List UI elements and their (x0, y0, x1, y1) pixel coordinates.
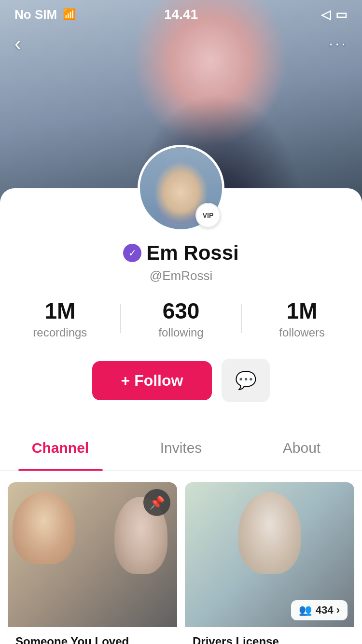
user-name: Em Rossi (146, 241, 238, 265)
card-image-1: 📌 (8, 482, 177, 627)
tab-channel-label: Channel (32, 440, 89, 456)
tab-about[interactable]: About (241, 426, 362, 470)
vip-badge: VIP (195, 203, 221, 228)
user-handle: @EmRossi (0, 268, 362, 283)
stat-recordings[interactable]: 1M recordings (0, 298, 120, 339)
stats-row: 1M recordings 630 following 1M followers (0, 298, 362, 339)
avatar-wrap: VIP (138, 145, 224, 232)
following-label: following (121, 326, 241, 339)
recordings-count: 1M (0, 298, 120, 324)
status-bar: No SIM 📶 14.41 ◁ ▭ (0, 0, 362, 29)
status-right: ◁ ▭ (321, 7, 348, 22)
username-row: ✓ Em Rossi (0, 241, 362, 265)
followers-count: 1M (242, 298, 362, 324)
action-row: + Follow 💬 (0, 359, 362, 402)
card-title-1: Someone You Loved (15, 635, 169, 644)
recordings-label: recordings (0, 326, 120, 339)
battery-icon: ▭ (335, 7, 348, 22)
tabs: Channel Invites About (0, 426, 362, 471)
tab-invites-label: Invites (160, 440, 202, 456)
collab-icon: 👥 (299, 604, 312, 616)
location-icon: ◁ (321, 7, 331, 22)
follow-button[interactable]: + Follow (92, 361, 212, 400)
card-info-2: Drivers License 7600 Plays • 1 d ago (185, 627, 354, 644)
list-item[interactable]: 📌 Someone You Loved 77K Plays • 7 mo ago (8, 482, 177, 644)
tab-invites[interactable]: Invites (121, 426, 241, 470)
card-title-2: Drivers License (193, 635, 347, 644)
message-icon: 💬 (235, 370, 257, 391)
back-button[interactable]: ‹ (14, 33, 21, 55)
stat-following[interactable]: 630 following (121, 298, 241, 339)
list-item[interactable]: 👥 434 › Drivers License 7600 Plays • 1 d… (185, 482, 354, 644)
card-image-2: 👥 434 › (185, 482, 354, 627)
profile-card: VIP ✓ Em Rossi @EmRossi 1M recordings 63… (0, 188, 362, 644)
wifi-icon: 📶 (63, 8, 76, 21)
tab-about-label: About (283, 440, 320, 456)
status-left: No SIM 📶 (14, 7, 76, 22)
message-button[interactable]: 💬 (222, 359, 270, 402)
verified-badge: ✓ (123, 244, 141, 262)
following-count: 630 (121, 298, 241, 324)
stat-followers[interactable]: 1M followers (242, 298, 362, 339)
collab-badge: 👥 434 › (291, 600, 348, 620)
followers-label: followers (242, 326, 362, 339)
content-grid: 📌 Someone You Loved 77K Plays • 7 mo ago… (0, 471, 362, 644)
tab-channel[interactable]: Channel (0, 426, 121, 470)
pin-icon: 📌 (143, 489, 170, 516)
carrier-text: No SIM (14, 7, 57, 22)
more-button[interactable]: ··· (329, 35, 348, 53)
collab-count: 434 › (316, 604, 340, 616)
card-info-1: Someone You Loved 77K Plays • 7 mo ago (8, 627, 177, 644)
check-icon: ✓ (128, 247, 137, 259)
status-time: 14.41 (164, 7, 198, 22)
